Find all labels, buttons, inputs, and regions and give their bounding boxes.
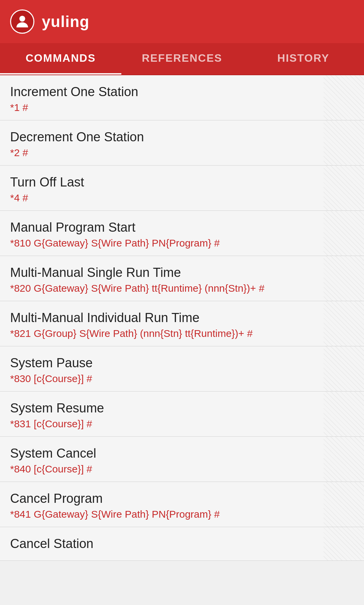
tab-commands[interactable]: COMMANDS — [0, 43, 121, 75]
command-syntax: *840 [c{Course}] # — [10, 463, 354, 475]
command-syntax: *810 G{Gateway} S{Wire Path} PN{Program}… — [10, 237, 354, 249]
command-name: Turn Off Last — [10, 175, 354, 190]
svg-point-0 — [19, 16, 25, 22]
command-item[interactable]: Manual Program Start*810 G{Gateway} S{Wi… — [0, 211, 364, 256]
command-item[interactable]: System Pause*830 [c{Course}] # — [0, 346, 364, 392]
commands-list: Increment One Station*1 #Decrement One S… — [0, 75, 364, 561]
command-name: Decrement One Station — [10, 130, 354, 144]
command-name: Cancel Program — [10, 491, 354, 506]
command-syntax: *831 [c{Course}] # — [10, 418, 354, 430]
command-syntax: *830 [c{Course}] # — [10, 373, 354, 384]
avatar — [10, 9, 34, 34]
command-item[interactable]: Multi-Manual Single Run Time*820 G{Gatew… — [0, 256, 364, 301]
command-item[interactable]: Cancel Station — [0, 527, 364, 561]
command-item[interactable]: System Cancel*840 [c{Course}] # — [0, 437, 364, 482]
command-item[interactable]: Multi-Manual Individual Run Time*821 G{G… — [0, 301, 364, 346]
command-name: System Resume — [10, 401, 354, 415]
command-syntax: *820 G{Gateway} S{Wire Path} tt{Runtime}… — [10, 283, 354, 294]
command-name: Manual Program Start — [10, 220, 354, 235]
command-item[interactable]: Decrement One Station*2 # — [0, 120, 364, 166]
tab-history[interactable]: HISTORY — [243, 43, 364, 75]
command-syntax: *4 # — [10, 192, 354, 204]
command-syntax: *841 G{Gateway} S{Wire Path} PN{Program}… — [10, 509, 354, 520]
tab-references[interactable]: REFERENCES — [121, 43, 243, 75]
command-syntax: *1 # — [10, 102, 354, 113]
command-item[interactable]: Cancel Program*841 G{Gateway} S{Wire Pat… — [0, 482, 364, 527]
command-syntax: *2 # — [10, 147, 354, 159]
command-syntax: *821 G{Group} S{Wire Path} (nnn{Stn} tt{… — [10, 328, 354, 339]
command-name: Increment One Station — [10, 85, 354, 99]
command-name: System Pause — [10, 356, 354, 370]
command-item[interactable]: Increment One Station*1 # — [0, 75, 364, 120]
command-name: Cancel Station — [10, 537, 354, 551]
command-name: Multi-Manual Individual Run Time — [10, 311, 354, 325]
tab-bar: COMMANDS REFERENCES HISTORY — [0, 43, 364, 75]
app-header: yuling — [0, 0, 364, 43]
command-name: System Cancel — [10, 446, 354, 461]
command-name: Multi-Manual Single Run Time — [10, 265, 354, 280]
app-title: yuling — [42, 12, 89, 31]
command-item[interactable]: Turn Off Last*4 # — [0, 166, 364, 211]
command-item[interactable]: System Resume*831 [c{Course}] # — [0, 392, 364, 437]
